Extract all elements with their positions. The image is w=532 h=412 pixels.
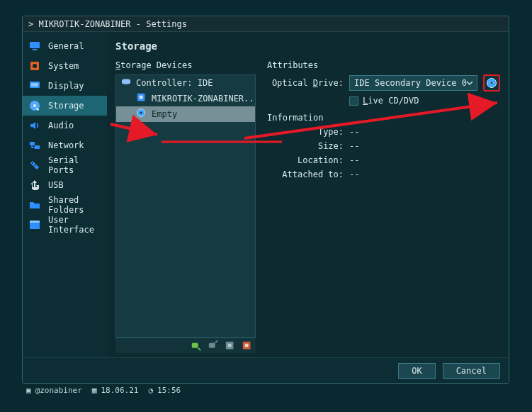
speaker-icon <box>28 119 41 132</box>
tree-row[interactable]: Empty <box>116 106 255 122</box>
info-size-key: Size: <box>267 141 344 151</box>
section-title: Storage <box>115 40 500 52</box>
svg-point-16 <box>139 95 142 99</box>
calendar-icon: ▦ <box>92 386 97 395</box>
remove-disk-button[interactable] <box>242 340 253 352</box>
cancel-button[interactable]: Cancel <box>443 363 500 379</box>
attributes-label: Attributes <box>267 60 500 70</box>
sidebar-item-display[interactable]: Display <box>23 76 107 96</box>
settings-window: > MIKROTIK-ZONABINER - Settings GeneralS… <box>22 16 509 384</box>
info-att-key: Attached to: <box>267 169 344 179</box>
sidebar-item-usb[interactable]: USB <box>23 175 107 195</box>
svg-point-3 <box>33 64 37 68</box>
main-panel: Storage Storage Devices Controller: IDEM… <box>107 32 509 357</box>
svg-point-12 <box>34 165 35 166</box>
sidebar-item-label: Network <box>48 140 84 150</box>
svg-rect-9 <box>30 142 35 145</box>
window-title: > MIKROTIK-ZONABINER - Settings <box>28 19 187 29</box>
panel-icon <box>28 218 41 231</box>
information-label: Information <box>267 113 500 123</box>
choose-disk-button[interactable] <box>483 74 500 91</box>
disc-small-icon <box>136 108 147 121</box>
hdd-icon <box>28 99 41 112</box>
sidebar-item-label: USB <box>48 180 64 190</box>
taskbar-time: 15:56 <box>157 386 181 395</box>
monitor-icon <box>28 40 41 52</box>
svg-point-25 <box>244 343 248 347</box>
svg-rect-5 <box>31 83 38 87</box>
sidebar-item-label: General <box>48 41 84 51</box>
svg-point-11 <box>32 162 33 164</box>
serial-icon <box>28 159 41 172</box>
sidebar-item-label: Storage <box>48 101 84 111</box>
titlebar: > MIKROTIK-ZONABINER - Settings <box>23 16 509 32</box>
taskbar: ▣@zonabiner ▦18.06.21 ◔15:56 <box>26 384 181 396</box>
dialog-footer: OK Cancel <box>23 357 509 383</box>
display-icon <box>28 79 41 92</box>
storage-toolbar <box>115 338 256 353</box>
camera-icon: ▣ <box>26 386 31 395</box>
svg-point-27 <box>490 82 493 84</box>
info-size-val: -- <box>349 141 359 151</box>
hdd-small-icon <box>136 92 147 106</box>
sidebar-item-label: User Interface <box>48 215 101 235</box>
checkbox-icon <box>349 96 358 106</box>
add-disk-button[interactable] <box>225 340 236 352</box>
info-att-val: -- <box>349 169 359 179</box>
sidebar-item-storage[interactable]: Storage <box>23 96 107 116</box>
sidebar-item-label: Display <box>48 81 84 91</box>
sidebar-item-shared-folders[interactable]: Shared Folders <box>23 195 107 215</box>
optical-drive-label: Optical Drive: <box>267 78 344 88</box>
tree-row-label: Controller: IDE <box>136 78 213 88</box>
svg-rect-1 <box>33 49 37 50</box>
storage-devices-label: Storage Devices <box>115 60 256 70</box>
svg-rect-20 <box>209 343 215 347</box>
sidebar-item-user-interface[interactable]: User Interface <box>23 215 107 235</box>
info-loc-val: -- <box>349 155 359 165</box>
disc-icon <box>486 77 497 89</box>
svg-line-21 <box>215 340 218 343</box>
info-type-val: -- <box>349 127 359 137</box>
svg-rect-0 <box>30 42 40 48</box>
svg-point-18 <box>140 111 142 113</box>
network-icon <box>28 139 41 152</box>
add-controller-button[interactable] <box>191 340 202 352</box>
tree-row[interactable]: Controller: IDE <box>116 75 255 91</box>
remove-controller-button[interactable] <box>208 340 219 352</box>
controller-icon <box>120 77 132 90</box>
sidebar-item-system[interactable]: System <box>23 56 107 76</box>
svg-rect-14 <box>30 221 40 223</box>
sidebar-item-label: Shared Folders <box>48 195 101 215</box>
taskbar-date: 18.06.21 <box>101 386 138 395</box>
sidebar-item-serial-ports[interactable]: Serial Ports <box>23 155 107 175</box>
chip-icon <box>28 60 41 72</box>
optical-drive-select[interactable]: IDE Secondary Device 0 <box>349 75 477 91</box>
svg-rect-19 <box>192 343 198 347</box>
clock-icon: ◔ <box>148 386 153 395</box>
sidebar-item-label: Serial Ports <box>48 155 101 175</box>
chevron-down-icon <box>467 78 472 88</box>
tree-row-label: Empty <box>152 109 177 119</box>
sidebar-item-general[interactable]: General <box>23 36 107 56</box>
svg-point-23 <box>227 343 231 347</box>
usb-icon <box>28 179 41 191</box>
folder-icon <box>28 199 41 211</box>
taskbar-user: @zonabiner <box>35 386 82 395</box>
info-loc-key: Location: <box>267 155 344 165</box>
sidebar: GeneralSystemDisplayStorageAudioNetworkS… <box>23 32 107 357</box>
tree-row[interactable]: MIKROTIK-ZONABINER.... <box>116 91 255 106</box>
storage-tree[interactable]: Controller: IDEMIKROTIK-ZONABINER....Emp… <box>115 74 256 338</box>
svg-point-7 <box>33 104 36 107</box>
info-type-key: Type: <box>267 127 344 137</box>
sidebar-item-audio[interactable]: Audio <box>23 116 107 135</box>
ok-button[interactable]: OK <box>398 363 435 379</box>
sidebar-item-label: System <box>48 61 79 71</box>
sidebar-item-label: Audio <box>48 121 74 130</box>
svg-rect-10 <box>35 145 40 149</box>
tree-row-label: MIKROTIK-ZONABINER.... <box>152 94 256 104</box>
sidebar-item-network[interactable]: Network <box>23 135 107 155</box>
live-cd-checkbox[interactable]: Live CD/DVD <box>349 96 419 106</box>
